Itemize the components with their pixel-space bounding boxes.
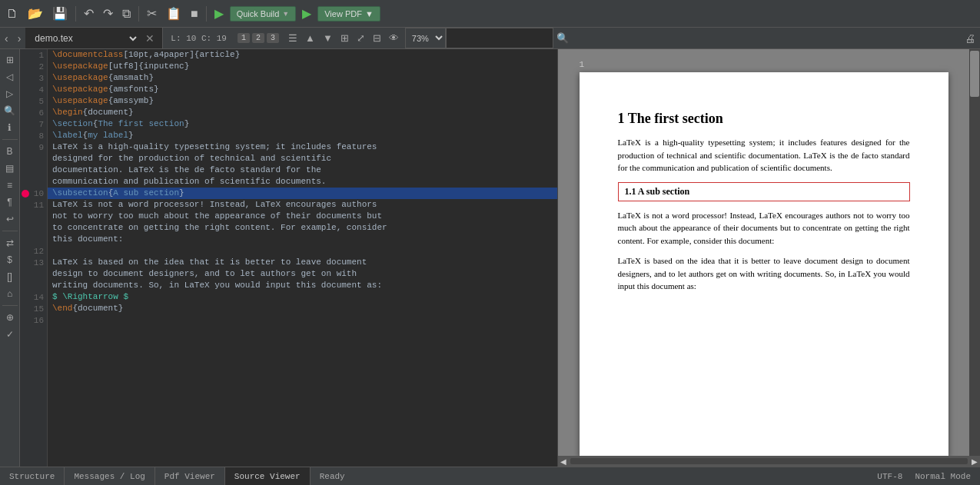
code-line-11c: to concentrate on getting the right cont… bbox=[48, 222, 557, 234]
pdf-vertical-scrollbar[interactable] bbox=[969, 49, 980, 456]
line-num-9d bbox=[20, 176, 47, 188]
toolbar-separator-1 bbox=[75, 6, 76, 22]
code-line-15: \end{document} bbox=[48, 303, 557, 314]
code-line-12 bbox=[48, 245, 557, 257]
next-tab-button[interactable]: › bbox=[13, 28, 26, 48]
pdf-horizontal-scrollbar[interactable]: ◀ ▶ bbox=[558, 456, 980, 467]
sidebar-separator-2 bbox=[2, 231, 18, 231]
zoom-select[interactable]: 73% bbox=[405, 28, 446, 48]
run-button[interactable]: ▶ bbox=[211, 5, 227, 22]
left-sidebar: ⊞ ◁ ▷ 🔍 ℹ B ▤ ≡ ¶ ↩ ⇄ $ [] ⌂ ⊕ ✓ bbox=[0, 49, 20, 467]
new-file-button[interactable]: 🗋 bbox=[3, 6, 22, 22]
code-line-16 bbox=[48, 314, 557, 326]
copy-button[interactable]: ⧉ bbox=[119, 6, 134, 22]
encoding-label: UTF-8 bbox=[877, 472, 902, 481]
pdf-scroll-right[interactable]: ▶ bbox=[969, 457, 980, 466]
mode-label: Normal Mode bbox=[915, 472, 971, 481]
view-down-icon[interactable]: ▼ bbox=[320, 31, 336, 45]
code-line-9c: documentation. LaTeX is the de facto sta… bbox=[48, 164, 557, 176]
editor-panel: 1 2 3 4 5 6 7 8 9 10 11 12 13 14 15 16 bbox=[20, 49, 557, 467]
editor-content[interactable]: \documentclass[10pt,a4paper]{article} \u… bbox=[48, 49, 557, 467]
pdf-scroll-track bbox=[969, 49, 980, 456]
line-num-11d bbox=[20, 234, 47, 245]
view-columns-icon[interactable]: ⊟ bbox=[370, 31, 384, 45]
sidebar-icon-5[interactable]: ℹ bbox=[1, 120, 19, 135]
sidebar-icon-16[interactable]: ✓ bbox=[1, 327, 19, 342]
sidebar-icon-3[interactable]: ▷ bbox=[1, 86, 19, 101]
line-num-6: 6 bbox=[20, 107, 47, 118]
pdf-page-num: 1 bbox=[580, 57, 948, 72]
line-num-12: 12 bbox=[20, 245, 47, 257]
line-num-13b bbox=[20, 268, 47, 280]
status-right: UTF-8 Normal Mode bbox=[868, 472, 980, 481]
save-file-button[interactable]: 💾 bbox=[49, 6, 71, 22]
view-eye-icon[interactable]: 👁 bbox=[386, 31, 402, 45]
pdf-scroll-left[interactable]: ◀ bbox=[558, 457, 569, 466]
code-line-1: \documentclass[10pt,a4paper]{article} bbox=[48, 49, 557, 61]
close-tab-button[interactable]: ✕ bbox=[144, 32, 156, 45]
status-tab-pdf-viewer[interactable]: Pdf Viewer bbox=[155, 467, 225, 485]
status-tab-structure[interactable]: Structure bbox=[0, 467, 65, 485]
pdf-content[interactable]: 1 1 The first section LaTeX is a high-qu… bbox=[558, 49, 969, 456]
quick-build-button[interactable]: Quick Build ▼ bbox=[230, 6, 297, 22]
code-line-4: \usepackage{amsfonts} bbox=[48, 84, 557, 95]
view-pdf-label: View PDF bbox=[324, 9, 362, 18]
pdf-panel: 1 1 The first section LaTeX is a high-qu… bbox=[557, 49, 980, 467]
run-quick-build-button[interactable]: ▶ bbox=[299, 5, 314, 22]
view-icons: ☰ ▲ ▼ ⊞ ⤢ ⊟ 👁 bbox=[282, 28, 405, 48]
search-button[interactable]: 🔍 bbox=[553, 28, 572, 48]
file-tab: demo.tex ✕ bbox=[25, 28, 163, 48]
code-line-14: $ \Rightarrow $ bbox=[48, 291, 557, 303]
line-num-9: 9 bbox=[20, 141, 47, 153]
code-line-7: \section{The first section} bbox=[48, 118, 557, 130]
code-line-8: \label{my label} bbox=[48, 130, 557, 141]
pdf-scroll-thumb[interactable] bbox=[970, 51, 979, 97]
redo-button[interactable]: ↷ bbox=[100, 6, 116, 22]
code-line-10: \subsection{A sub section} bbox=[48, 188, 557, 199]
open-file-button[interactable]: 📂 bbox=[25, 6, 46, 22]
sidebar-icon-10[interactable]: ↩ bbox=[1, 211, 19, 227]
view-pdf-button[interactable]: View PDF ▼ bbox=[317, 6, 380, 22]
sidebar-icon-11[interactable]: ⇄ bbox=[1, 235, 19, 251]
sidebar-icon-13[interactable]: [] bbox=[1, 269, 19, 284]
search-input[interactable] bbox=[446, 28, 553, 48]
cut-button[interactable]: ✂ bbox=[144, 6, 160, 22]
pdf-page: 1 The first section LaTeX is a high-qual… bbox=[580, 72, 948, 456]
view-fullscreen-icon[interactable]: ⤢ bbox=[354, 31, 368, 45]
sidebar-separator-3 bbox=[2, 305, 18, 306]
file-selector[interactable]: demo.tex bbox=[32, 32, 139, 45]
sidebar-icon-6[interactable]: B bbox=[1, 144, 19, 159]
badge-2[interactable]: 2 bbox=[252, 33, 264, 43]
sidebar-icon-9[interactable]: ¶ bbox=[1, 194, 19, 210]
sidebar-icon-2[interactable]: ◁ bbox=[1, 69, 19, 85]
badge-1[interactable]: 1 bbox=[238, 33, 250, 43]
badge-3[interactable]: 3 bbox=[267, 33, 279, 43]
view-up-icon[interactable]: ▲ bbox=[302, 31, 318, 45]
code-line-6: \begin{document} bbox=[48, 107, 557, 118]
quick-build-arrow: ▼ bbox=[282, 10, 289, 18]
paste-button[interactable]: 📋 bbox=[163, 6, 184, 22]
sidebar-icon-8[interactable]: ≡ bbox=[1, 178, 19, 193]
stop-button[interactable]: ■ bbox=[188, 6, 201, 22]
line-num-4: 4 bbox=[20, 84, 47, 95]
code-line-3: \usepackage{amsmath} bbox=[48, 72, 557, 84]
sidebar-icon-1[interactable]: ⊞ bbox=[1, 52, 19, 68]
code-line-11a: LaTeX is not a word processor! Instead, … bbox=[48, 199, 557, 211]
sidebar-icon-7[interactable]: ▤ bbox=[1, 161, 19, 176]
prev-tab-button[interactable]: ‹ bbox=[0, 28, 13, 48]
undo-button[interactable]: ↶ bbox=[81, 6, 97, 22]
sidebar-icon-4[interactable]: 🔍 bbox=[1, 103, 19, 118]
sidebar-icon-14[interactable]: ⌂ bbox=[1, 286, 19, 301]
line-num-2: 2 bbox=[20, 61, 47, 72]
status-tab-source-viewer[interactable]: Source Viewer bbox=[225, 467, 311, 485]
code-line-9b: designed for the production of technical… bbox=[48, 153, 557, 164]
line-num-11: 11 bbox=[20, 199, 47, 211]
view-list-icon[interactable]: ☰ bbox=[285, 31, 301, 45]
status-tab-messages[interactable]: Messages / Log bbox=[65, 467, 154, 485]
pdf-body-1: LaTeX is a high-quality typesetting syst… bbox=[618, 136, 910, 174]
code-line-9a: LaTeX is a high-quality typesetting syst… bbox=[48, 141, 557, 153]
sidebar-icon-15[interactable]: ⊕ bbox=[1, 310, 19, 325]
sidebar-icon-12[interactable]: $ bbox=[1, 252, 19, 267]
print-button[interactable]: 🖨 bbox=[960, 28, 980, 48]
view-split-icon[interactable]: ⊞ bbox=[337, 31, 352, 45]
